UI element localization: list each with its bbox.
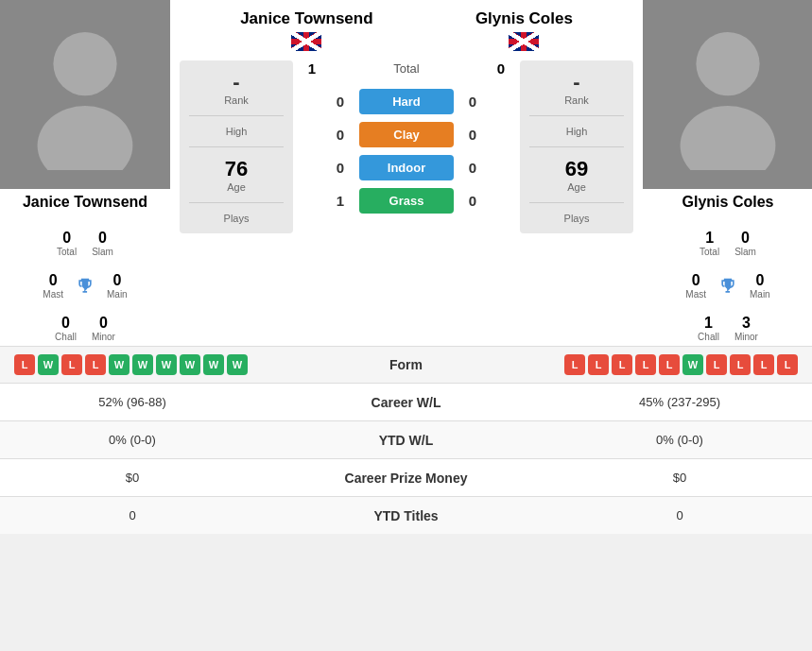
form-section: LWLLWWWWWW Form LLLLLWLLLL bbox=[0, 346, 812, 383]
ytd-titles-label: YTD Titles bbox=[265, 508, 547, 523]
right-form-badges: LLLLLWLLLL bbox=[564, 354, 798, 375]
right-slam-lbl: Slam bbox=[734, 247, 756, 257]
form-badge-l: L bbox=[612, 354, 632, 375]
left-flag-container bbox=[240, 32, 372, 51]
left-prize: $0 bbox=[0, 459, 265, 496]
left-player-col: Janice Townsend 0 Total 0 Slam 0 Mast bbox=[0, 0, 170, 346]
right-chall-val: 1 bbox=[698, 315, 719, 332]
left-main-lbl: Main bbox=[107, 289, 128, 300]
left-chall-cell: 0 Chall bbox=[47, 311, 84, 346]
total-left-score: 1 bbox=[302, 60, 321, 77]
svg-point-1 bbox=[38, 106, 133, 170]
form-badge-l: L bbox=[61, 354, 82, 375]
left-high-lbl: High bbox=[226, 126, 248, 137]
left-plays-lbl: Plays bbox=[224, 213, 250, 224]
form-badge-l: L bbox=[777, 354, 798, 375]
center-names-row: Janice Townsend Glynis Coles bbox=[170, 0, 643, 60]
left-player-stats-row3: 0 Chall 0 Minor bbox=[0, 311, 170, 346]
hard-left-score: 0 bbox=[331, 94, 350, 110]
grass-right-score: 0 bbox=[463, 193, 482, 209]
left-rank-stat: - Rank bbox=[224, 70, 249, 106]
right-mast-val: 0 bbox=[685, 272, 706, 289]
left-ytd-wl: 0% (0-0) bbox=[0, 421, 265, 458]
form-badge-l: L bbox=[635, 354, 656, 375]
right-player-stats-row2: 0 Mast 0 Main bbox=[643, 268, 812, 303]
right-total-val: 1 bbox=[700, 230, 719, 247]
indoor-right-score: 0 bbox=[463, 160, 482, 176]
right-player-name: Glynis Coles bbox=[682, 194, 774, 211]
ytd-titles-row: 0 YTD Titles 0 bbox=[0, 496, 812, 534]
left-slam-lbl: Slam bbox=[92, 247, 113, 257]
left-total-val: 0 bbox=[57, 230, 77, 247]
right-player-col: Glynis Coles 1 Total 0 Slam 0 Mast bbox=[643, 0, 812, 346]
grass-row: 1 Grass 0 bbox=[302, 188, 510, 214]
left-slam-cell: 0 Slam bbox=[84, 226, 121, 261]
right-high-lbl: High bbox=[566, 126, 588, 137]
right-flag-container bbox=[475, 32, 573, 51]
right-slam-val: 0 bbox=[734, 230, 756, 247]
right-chall-cell: 1 Chall bbox=[690, 311, 727, 346]
courts-area: 1 Total 0 0 Hard 0 0 Clay 0 bbox=[302, 60, 510, 214]
right-rank-stat: - Rank bbox=[564, 70, 589, 106]
form-badge-l: L bbox=[588, 354, 609, 375]
left-total-lbl: Total bbox=[57, 247, 77, 257]
prize-row: $0 Career Prize Money $0 bbox=[0, 458, 812, 496]
right-card-divider1 bbox=[529, 115, 624, 116]
left-total-cell: 0 Total bbox=[49, 226, 84, 261]
hard-row: 0 Hard 0 bbox=[302, 89, 510, 114]
left-minor-lbl: Minor bbox=[92, 332, 115, 342]
left-main-cell: 0 Main bbox=[99, 268, 135, 303]
right-stat-card: - Rank High 69 Age Plays bbox=[520, 60, 633, 233]
right-total-cell: 1 Total bbox=[692, 226, 727, 261]
form-badge-w: W bbox=[227, 354, 248, 375]
form-badge-w: W bbox=[109, 354, 130, 375]
right-card-divider3 bbox=[529, 202, 624, 203]
form-badge-l: L bbox=[730, 354, 751, 375]
right-age-lbl: Age bbox=[565, 181, 588, 193]
left-stat-card: - Rank High 76 Age Plays bbox=[180, 60, 293, 233]
right-card-divider2 bbox=[529, 146, 624, 147]
ytd-wl-label: YTD W/L bbox=[265, 433, 547, 448]
right-center-name: Glynis Coles bbox=[475, 9, 573, 28]
right-main-lbl: Main bbox=[750, 289, 770, 300]
hard-right-score: 0 bbox=[463, 94, 482, 110]
left-mast-lbl: Mast bbox=[43, 289, 63, 300]
right-plays-stat: Plays bbox=[564, 213, 590, 224]
indoor-left-score: 0 bbox=[331, 160, 350, 176]
ytd-wl-row: 0% (0-0) YTD W/L 0% (0-0) bbox=[0, 420, 812, 458]
left-main-val: 0 bbox=[107, 272, 128, 289]
bottom-stats: 52% (96-88) Career W/L 45% (237-295) 0% … bbox=[0, 383, 812, 534]
left-rank-lbl: Rank bbox=[224, 94, 249, 106]
left-player-name: Janice Townsend bbox=[23, 194, 147, 211]
left-slam-val: 0 bbox=[92, 230, 113, 247]
grass-button[interactable]: Grass bbox=[359, 188, 454, 214]
form-badge-l: L bbox=[85, 354, 106, 375]
right-rank-lbl: Rank bbox=[564, 94, 589, 106]
career-wl-label: Career W/L bbox=[265, 395, 547, 410]
right-player-stats-row: 1 Total 0 Slam bbox=[643, 226, 812, 261]
right-age-val: 69 bbox=[565, 157, 588, 181]
clay-row: 0 Clay 0 bbox=[302, 122, 510, 147]
clay-right-score: 0 bbox=[463, 127, 482, 143]
hard-button[interactable]: Hard bbox=[359, 89, 454, 114]
left-chall-val: 0 bbox=[55, 315, 77, 332]
form-badge-w: W bbox=[156, 354, 177, 375]
left-ytd-titles: 0 bbox=[0, 497, 265, 534]
left-card-divider2 bbox=[189, 146, 284, 147]
indoor-button[interactable]: Indoor bbox=[359, 155, 454, 180]
left-age-stat: 76 Age bbox=[225, 157, 248, 193]
left-player-photo bbox=[0, 0, 170, 189]
form-badge-w: W bbox=[203, 354, 224, 375]
left-center-name: Janice Townsend bbox=[240, 9, 372, 28]
clay-left-score: 0 bbox=[331, 127, 350, 143]
left-career-wl: 52% (96-88) bbox=[0, 384, 265, 420]
clay-button[interactable]: Clay bbox=[359, 122, 454, 147]
total-right-score: 0 bbox=[492, 60, 510, 77]
left-age-lbl: Age bbox=[225, 181, 248, 193]
form-badge-w: W bbox=[38, 354, 59, 375]
right-plays-lbl: Plays bbox=[564, 213, 590, 224]
right-slam-cell: 0 Slam bbox=[727, 226, 764, 261]
right-minor-lbl: Minor bbox=[734, 332, 758, 342]
right-trophy-cell bbox=[714, 268, 742, 303]
center-layout: - Rank High 76 Age Plays bbox=[170, 60, 643, 233]
